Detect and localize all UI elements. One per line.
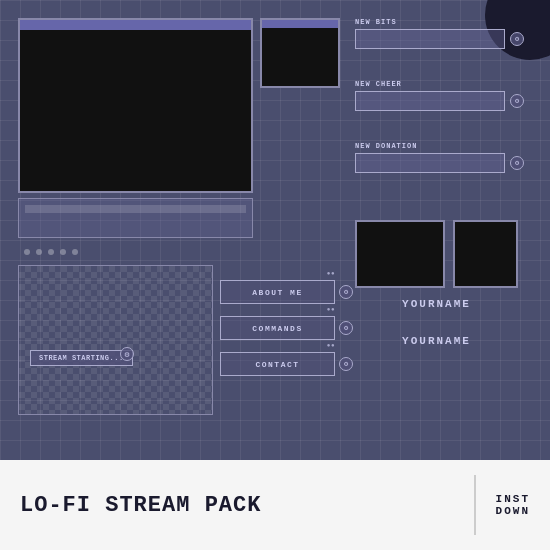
new-donation-gear-icon[interactable]: ⚙ [510, 156, 524, 170]
commands-button[interactable]: COMMANDS [220, 316, 335, 340]
dots-row [18, 244, 253, 259]
new-bits-bar: ⚙ [355, 29, 505, 49]
bottom-right-info: INST DOWN [496, 493, 530, 517]
new-cheer-label: NEW CHEER [355, 80, 505, 88]
commands-gear-icon[interactable]: ⚙ [339, 321, 353, 335]
dot-5 [72, 249, 78, 255]
yourname-label-2: YOURNAME [355, 335, 518, 347]
main-video-panel [18, 18, 253, 193]
new-cheer-section: NEW CHEER ⚙ [355, 80, 505, 113]
about-me-row: ABOUT ME ⚙ [220, 280, 353, 304]
cam-panel-2 [453, 220, 518, 288]
dot-2 [36, 249, 42, 255]
dot-4 [60, 249, 66, 255]
new-bits-gear-icon[interactable]: ⚙ [510, 32, 524, 46]
contact-row: CONTACT ⚙ [220, 352, 353, 376]
small-video-panel [260, 18, 340, 88]
new-donation-label: NEW DONATION [355, 142, 505, 150]
stream-starting-gear-icon[interactable]: ⚙ [120, 347, 134, 361]
new-donation-section: NEW DONATION ⚙ [355, 142, 505, 175]
new-bits-label: NEW BITS [355, 18, 505, 26]
about-me-button[interactable]: ABOUT ME [220, 280, 335, 304]
chat-bar-inner [25, 205, 246, 213]
preview-area: STREAM STARTING... ⚙ NEW BITS ⚙ NEW CHEE… [0, 0, 550, 460]
commands-section: ●● COMMANDS ⚙ [220, 316, 353, 340]
about-me-section: ●● ABOUT ME ⚙ [220, 280, 353, 304]
download-label: DOWN [496, 505, 530, 517]
contact-section: ●● CONTACT ⚙ [220, 352, 353, 376]
nav-buttons-container: ●● ABOUT ME ⚙ ●● COMMANDS ⚙ ●● CONTACT [220, 280, 353, 376]
pack-title: LO-FI STREAM PACK [20, 493, 454, 518]
commands-row: COMMANDS ⚙ [220, 316, 353, 340]
new-donation-bar: ⚙ [355, 153, 505, 173]
about-me-section-label: ●● [327, 270, 335, 277]
commands-section-label: ●● [327, 306, 335, 313]
bottom-bar: LO-FI STREAM PACK INST DOWN [0, 460, 550, 550]
checkered-panel [18, 265, 213, 415]
bottom-right-panels [355, 220, 518, 288]
contact-gear-icon[interactable]: ⚙ [339, 357, 353, 371]
contact-section-label: ●● [327, 342, 335, 349]
instant-label: INST [496, 493, 530, 505]
divider [474, 475, 476, 535]
stream-starting-label: STREAM STARTING... [30, 350, 133, 366]
new-cheer-bar: ⚙ [355, 91, 505, 111]
about-me-gear-icon[interactable]: ⚙ [339, 285, 353, 299]
dot-1 [24, 249, 30, 255]
new-cheer-gear-icon[interactable]: ⚙ [510, 94, 524, 108]
cam-panel-1 [355, 220, 445, 288]
main-container: STREAM STARTING... ⚙ NEW BITS ⚙ NEW CHEE… [0, 0, 550, 550]
new-bits-section: NEW BITS ⚙ [355, 18, 505, 51]
yourname-label-1: YOURNAME [355, 298, 518, 310]
dot-3 [48, 249, 54, 255]
chat-bar [18, 198, 253, 238]
contact-button[interactable]: CONTACT [220, 352, 335, 376]
